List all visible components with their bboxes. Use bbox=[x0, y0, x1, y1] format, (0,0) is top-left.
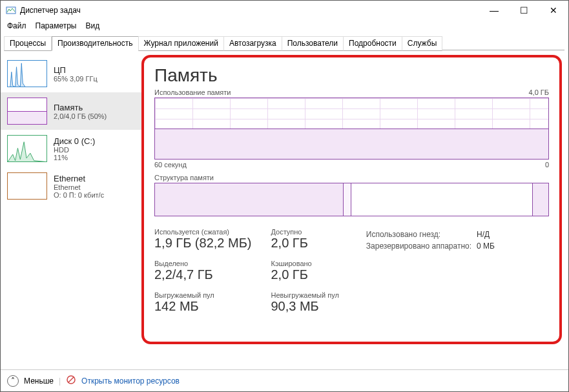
disk-sub1: HDD bbox=[54, 146, 95, 154]
tab-details[interactable]: Подробности bbox=[343, 36, 402, 51]
resource-monitor-icon bbox=[66, 375, 76, 387]
memory-title: Память bbox=[54, 103, 107, 112]
app-icon bbox=[6, 5, 16, 15]
available-value: 2,0 ГБ bbox=[271, 236, 338, 251]
menu-view[interactable]: Вид bbox=[85, 21, 99, 30]
tab-users[interactable]: Пользователи bbox=[282, 36, 344, 51]
chevron-up-icon[interactable]: ˄ bbox=[7, 375, 19, 387]
cpu-title: ЦП bbox=[54, 65, 98, 75]
window-controls: — ☐ ✕ bbox=[479, 1, 568, 20]
window-title: Диспетчер задач bbox=[20, 6, 81, 15]
eth-sub2: О: 0 П: 0 кбит/с bbox=[54, 191, 104, 199]
nonpaged-value: 90,3 МБ bbox=[271, 299, 338, 314]
nonpaged-label: Невыгружаемый пул bbox=[271, 291, 338, 299]
fewer-details-button[interactable]: Меньше bbox=[24, 377, 54, 386]
sidebar-item-ethernet[interactable]: Ethernet Ethernet О: 0 П: 0 кбит/с bbox=[1, 167, 141, 205]
hw-reserved-label: Зарезервировано аппаратно: bbox=[366, 241, 475, 251]
hw-reserved-value: 0 МБ bbox=[477, 241, 499, 251]
usage-total: 4,0 ГБ bbox=[528, 88, 549, 96]
menubar: Файл Параметры Вид bbox=[1, 20, 568, 33]
open-resource-monitor-link[interactable]: Открыть монитор ресурсов bbox=[81, 377, 180, 386]
main-panel: Память Использование памяти 4,0 ГБ 60 се… bbox=[141, 51, 568, 374]
footer: ˄ Меньше | Открыть монитор ресурсов bbox=[1, 369, 568, 391]
stats: Используется (сжатая) 1,9 ГБ (82,2 МБ) Д… bbox=[154, 228, 549, 314]
eth-title: Ethernet bbox=[54, 174, 104, 183]
tab-performance[interactable]: Производительность bbox=[52, 36, 138, 51]
tab-services[interactable]: Службы bbox=[402, 36, 442, 51]
tabstrip: Процессы Производительность Журнал прило… bbox=[1, 36, 568, 51]
maximize-button[interactable]: ☐ bbox=[509, 1, 539, 20]
memory-sub: 2,0/4,0 ГБ (50%) bbox=[54, 112, 107, 120]
close-button[interactable]: ✕ bbox=[539, 1, 568, 20]
slots-label: Использовано гнезд: bbox=[366, 229, 475, 240]
eth-sub1: Ethernet bbox=[54, 183, 104, 191]
slots-value: Н/Д bbox=[477, 229, 499, 240]
ethernet-thumbnail bbox=[7, 172, 47, 200]
committed-label: Выделено bbox=[154, 260, 251, 267]
memory-usage-chart bbox=[154, 98, 549, 160]
disk-thumbnail bbox=[7, 135, 47, 162]
available-label: Доступно bbox=[271, 228, 338, 236]
x-right: 0 bbox=[545, 161, 549, 169]
minimize-button[interactable]: — bbox=[479, 1, 509, 20]
cpu-sub: 65% 3,09 ГГц bbox=[54, 75, 98, 83]
paged-value: 142 МБ bbox=[154, 299, 251, 314]
in-use-value: 1,9 ГБ (82,2 МБ) bbox=[154, 236, 251, 251]
menu-options[interactable]: Параметры bbox=[36, 21, 77, 30]
sidebar-item-memory[interactable]: Память 2,0/4,0 ГБ (50%) bbox=[1, 92, 141, 130]
struct-label: Структура памяти bbox=[154, 174, 549, 181]
cpu-thumbnail bbox=[7, 60, 47, 87]
page-title: Память bbox=[154, 65, 549, 86]
tab-startup[interactable]: Автозагрузка bbox=[223, 36, 282, 51]
content: ЦП 65% 3,09 ГГц Память 2,0/4,0 ГБ (50%) … bbox=[1, 51, 568, 374]
usage-label: Использование памяти bbox=[154, 88, 231, 96]
tab-app-history[interactable]: Журнал приложений bbox=[138, 36, 224, 51]
in-use-label: Используется (сжатая) bbox=[154, 228, 251, 236]
highlight-box: Память Использование памяти 4,0 ГБ 60 се… bbox=[141, 55, 562, 344]
sidebar-item-disk[interactable]: Диск 0 (C:) HDD 11% bbox=[1, 130, 141, 167]
memory-thumbnail bbox=[7, 98, 47, 125]
x-left: 60 секунд bbox=[154, 161, 187, 169]
cached-label: Кэшировано bbox=[271, 260, 338, 267]
disk-title: Диск 0 (C:) bbox=[54, 136, 95, 146]
svg-line-2 bbox=[68, 377, 74, 382]
menu-file[interactable]: Файл bbox=[7, 21, 26, 30]
titlebar: Диспетчер задач — ☐ ✕ bbox=[1, 1, 568, 20]
paged-label: Выгружаемый пул bbox=[154, 291, 251, 299]
memory-composition-chart bbox=[154, 183, 549, 216]
sidebar: ЦП 65% 3,09 ГГц Память 2,0/4,0 ГБ (50%) … bbox=[1, 51, 141, 374]
sidebar-item-cpu[interactable]: ЦП 65% 3,09 ГГц bbox=[1, 55, 141, 92]
cached-value: 2,0 ГБ bbox=[271, 267, 338, 282]
committed-value: 2,2/4,7 ГБ bbox=[154, 267, 251, 282]
tab-processes[interactable]: Процессы bbox=[4, 36, 52, 51]
disk-sub2: 11% bbox=[54, 154, 95, 161]
